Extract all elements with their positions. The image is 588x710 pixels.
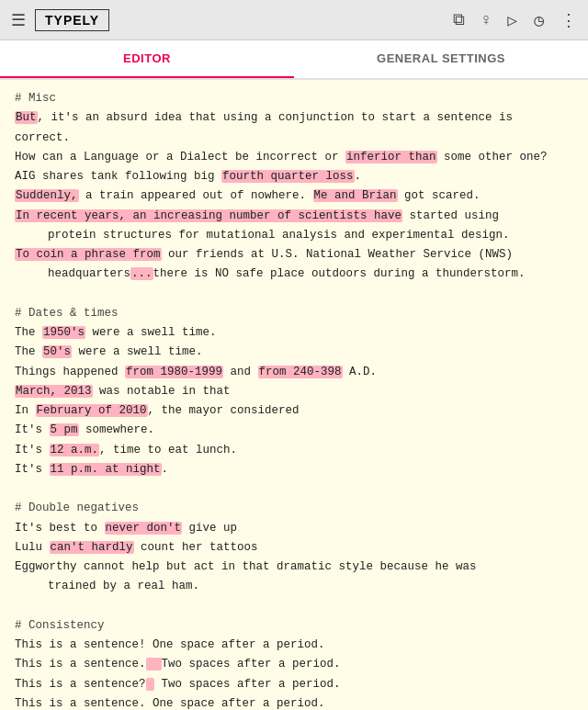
section-double-neg-header: # Double negatives — [15, 499, 573, 518]
line-but: But, it's an absurd idea that using a co… — [15, 108, 573, 148]
line-11pm: It's 11 p.m. at night. — [15, 460, 573, 479]
app-header: ☰ TYPELY ⧉ ♀ ▷ ◷ ⋮ — [0, 0, 588, 40]
bell-icon[interactable]: ♀ — [481, 11, 492, 29]
section-dates-header: # Dates & times — [15, 304, 573, 323]
line-headquarters: headquarters...there is NO safe place ou… — [15, 265, 573, 284]
blank-3 — [15, 597, 573, 616]
line-things: Things happened from 1980-1999 and from … — [15, 363, 573, 382]
line-sentence3: This is a sentence? Two spaces after a p… — [15, 675, 573, 694]
more-icon[interactable]: ⋮ — [560, 10, 577, 30]
line-5pm: It's 5 pm somewhere. — [15, 421, 573, 440]
tab-bar: EDITOR GENERAL SETTINGS — [0, 40, 588, 80]
line-50s: The 50's were a swell time. — [15, 343, 573, 362]
section-misc-header: # Misc — [15, 89, 573, 108]
clock-icon[interactable]: ◷ — [534, 10, 544, 30]
line-february: In February of 2010, the mayor considere… — [15, 401, 573, 421]
line-cant-hardly: Lulu can't hardly count her tattoos — [15, 538, 573, 558]
line-recent-years: In recent years, an increasing number of… — [15, 207, 573, 226]
line-suddenly: Suddenly, a train appeared out of nowher… — [15, 186, 573, 206]
section-consistency-header: # Consistency — [15, 616, 573, 636]
play-icon[interactable]: ▷ — [507, 10, 517, 30]
book-icon[interactable]: ⧉ — [453, 11, 465, 29]
editor-area[interactable]: # Misc But, it's an absurd idea that usi… — [0, 80, 588, 710]
line-never-dont: It's best to never don't give up — [15, 519, 573, 538]
line-aig: AIG shares tank following big fourth qua… — [15, 167, 573, 186]
app-logo: TYPELY — [35, 9, 109, 31]
line-protein: protein structures for mutational analys… — [15, 226, 573, 245]
tab-editor[interactable]: EDITOR — [0, 40, 294, 78]
tab-general-settings[interactable]: GENERAL SETTINGS — [294, 40, 588, 78]
line-sentence1: This is a sentence! One space after a pe… — [15, 636, 573, 655]
header-icons: ⧉ ♀ ▷ ◷ ⋮ — [453, 10, 578, 30]
line-12am: It's 12 a.m., time to eat lunch. — [15, 441, 573, 460]
line-coin: To coin a phrase from our friends at U.S… — [15, 245, 573, 265]
blank-1 — [15, 285, 573, 304]
line-1950s: The 1950's were a swell time. — [15, 323, 573, 343]
line-trained: trained by a real ham. — [15, 577, 573, 596]
menu-icon[interactable]: ☰ — [11, 10, 26, 30]
line-language: How can a Language or a Dialect be incor… — [15, 148, 573, 167]
blank-2 — [15, 479, 573, 499]
line-eggworthy: Eggworthy cannot help but act in that dr… — [15, 558, 573, 577]
line-march: March, 2013 was notable in that — [15, 382, 573, 401]
line-sentence2: This is a sentence. Two spaces after a p… — [15, 655, 573, 674]
line-sentence4: This is a sentence. One space after a pe… — [15, 694, 573, 710]
